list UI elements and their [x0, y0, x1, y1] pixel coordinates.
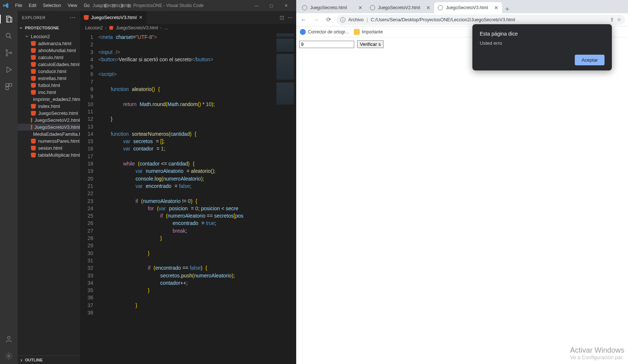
svg-point-3	[10, 52, 12, 54]
tab-close-icon[interactable]: ✕	[358, 5, 363, 11]
extensions-icon[interactable]	[4, 82, 13, 91]
back-button[interactable]: ←	[299, 17, 308, 23]
svg-point-0	[6, 33, 10, 37]
file-item[interactable]: imprimir_edades2.html	[18, 96, 80, 103]
run-debug-icon[interactable]	[4, 65, 13, 74]
close-button[interactable]: ✕	[279, 3, 293, 8]
bookmark-icon	[300, 29, 306, 35]
breadcrumb-sep: ›	[160, 25, 162, 30]
chevron-right-icon	[19, 357, 23, 363]
file-item[interactable]: estrellas.html	[18, 75, 80, 82]
account-icon[interactable]	[4, 335, 13, 343]
globe-icon	[438, 5, 443, 10]
tab-label: JuegoSecretoV3.html	[446, 5, 488, 10]
minimize-button[interactable]: —	[249, 3, 264, 8]
file-item[interactable]: sesion.html	[18, 145, 80, 152]
file-item[interactable]: MediaEdadesFamilia.html	[18, 131, 80, 138]
file-item[interactable]: index.html	[18, 103, 80, 110]
html-file-icon	[84, 15, 89, 20]
file-name: JuegoSecretoV2.html	[35, 117, 80, 123]
code-content[interactable]: <meta charset="UTF-8"> <input /> <button…	[98, 32, 274, 364]
tab-close-icon[interactable]: ✕	[426, 5, 431, 11]
watermark-subtitle: Ve a Configuración par	[570, 354, 624, 360]
html-file-icon	[31, 62, 36, 67]
browser-tab-1[interactable]: JuegoSecreto.html ✕	[298, 2, 366, 13]
tab-close-icon[interactable]: ✕	[139, 15, 143, 20]
new-tab-button[interactable]: +	[502, 6, 512, 13]
outline-section[interactable]: OUTLINE	[18, 356, 80, 364]
menu-edit[interactable]: Edit	[25, 3, 40, 8]
url-scheme-label: Archivo	[348, 17, 364, 22]
folder-icon	[354, 29, 360, 35]
menu-view[interactable]: View	[64, 3, 80, 8]
explorer-icon[interactable]	[0, 15, 18, 23]
window-controls: — ▢ ✕	[249, 3, 293, 8]
bookmark-importante[interactable]: Importante	[354, 29, 383, 35]
menu-go[interactable]: Go	[80, 3, 93, 8]
sidebar-header: EXPLORER ⋯	[18, 11, 80, 24]
vscode-logo-icon	[3, 3, 9, 8]
browser-tab-2[interactable]: JuegoSecretoV2.html ✕	[366, 2, 434, 13]
file-item[interactable]: conducir.html	[18, 68, 80, 75]
file-item[interactable]: calculoEdades.html	[18, 61, 80, 68]
file-name: JuegoSecretoV3.html	[35, 124, 80, 130]
file-item[interactable]: adivinanza.html	[18, 40, 80, 47]
dialog-ok-button[interactable]: Aceptar	[575, 55, 605, 65]
sidebar: EXPLORER ⋯ PROYECTOSONE Leccion2 adivina…	[18, 11, 80, 364]
window-title: JuegoSecreto.html - ProyectosONE - Visua…	[92, 3, 204, 8]
line-number-gutter: 1234567891011121314151617181920212223242…	[80, 32, 98, 364]
outline-label: OUTLINE	[25, 358, 43, 362]
project-section[interactable]: PROYECTOSONE	[18, 24, 80, 32]
maximize-button[interactable]: ▢	[264, 3, 279, 8]
settings-gear-icon[interactable]	[4, 352, 13, 360]
activity-bar	[0, 11, 18, 364]
file-name: sesion.html	[38, 145, 62, 151]
file-item[interactable]: ahnoMundial.html	[18, 47, 80, 54]
menu-selection[interactable]: Selection	[40, 3, 64, 8]
reload-button[interactable]: ⟳	[324, 16, 333, 23]
explorer-label: EXPLORER	[22, 15, 46, 20]
bookmark-label: Importante	[362, 29, 383, 34]
html-file-icon	[31, 76, 36, 81]
svg-point-8	[8, 355, 10, 357]
js-alert-dialog: Esta página dice Usted erro Aceptar	[472, 24, 612, 70]
bookmark-label: Corrector de ortogr...	[308, 29, 349, 34]
breadcrumb[interactable]: Leccion2 › JuegoSecretoV3.html › …	[80, 24, 296, 32]
svg-point-7	[7, 336, 10, 339]
html-file-icon	[31, 125, 32, 130]
site-info-icon[interactable]: i	[340, 17, 345, 22]
forward-button[interactable]: →	[312, 17, 320, 23]
titlebar: File Edit Selection View Go … JuegoSecre…	[0, 0, 296, 11]
more-actions-icon[interactable]: ⋯	[288, 15, 293, 20]
tab-close-icon[interactable]: ✕	[494, 5, 498, 11]
file-item[interactable]: imc.html	[18, 89, 80, 96]
source-control-icon[interactable]	[4, 48, 13, 57]
star-icon[interactable]: ☆	[617, 17, 621, 22]
search-icon[interactable]	[4, 32, 13, 40]
folder-leccion2[interactable]: Leccion2	[18, 33, 80, 40]
bookmark-spellcheck[interactable]: Corrector de ortogr...	[300, 29, 349, 35]
minimap[interactable]	[274, 32, 296, 364]
address-bar[interactable]: i Archivo | C:/Users/Sena/Desktop/Proyec…	[337, 15, 625, 25]
file-item[interactable]: futbol.html	[18, 82, 80, 89]
split-editor-icon[interactable]: ◫	[280, 15, 284, 20]
browser-tab-3[interactable]: JuegoSecretoV3.html ✕	[434, 2, 502, 13]
menu-file[interactable]: File	[12, 3, 25, 8]
explorer-more-icon[interactable]: ⋯	[70, 14, 76, 21]
install-icon[interactable]: ⇪	[610, 17, 614, 22]
guess-input[interactable]	[299, 41, 354, 48]
editor-tab-active[interactable]: JuegoSecretoV3.html ✕	[80, 11, 147, 24]
svg-point-1	[6, 50, 8, 51]
verify-button[interactable]: Verificar s	[357, 40, 383, 48]
html-file-icon	[31, 48, 36, 53]
file-item[interactable]: JuegoSecretoV2.html	[18, 117, 80, 124]
file-item[interactable]: numerosPares.html	[18, 138, 80, 145]
file-item[interactable]: tablaMultiplicar.html	[18, 152, 80, 159]
file-item[interactable]: calculo.html	[18, 54, 80, 61]
file-tree: Leccion2 adivinanza.htmlahnoMundial.html…	[18, 32, 80, 159]
file-item[interactable]: JuegoSecretoV3.html	[18, 124, 80, 131]
code-editor[interactable]: 1234567891011121314151617181920212223242…	[80, 32, 296, 364]
file-name: estrellas.html	[38, 76, 66, 81]
file-item[interactable]: JuegoSecreto.html	[18, 110, 80, 117]
breadcrumb-sep: ›	[105, 25, 106, 30]
